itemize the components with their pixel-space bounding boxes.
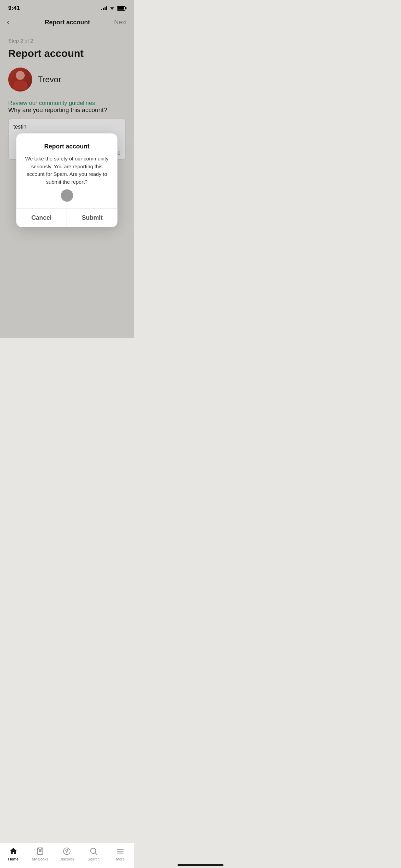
submit-button[interactable]: Submit	[67, 209, 118, 227]
dialog-body: Report account We take the safety of our…	[16, 133, 118, 208]
dialog-actions: Cancel Submit	[16, 208, 118, 227]
dialog-message: We take the safety of our community seri…	[24, 155, 110, 186]
dialog-title: Report account	[24, 143, 110, 150]
scroll-indicator	[61, 189, 73, 202]
cancel-button[interactable]: Cancel	[16, 209, 67, 227]
report-dialog: Report account We take the safety of our…	[16, 133, 118, 227]
